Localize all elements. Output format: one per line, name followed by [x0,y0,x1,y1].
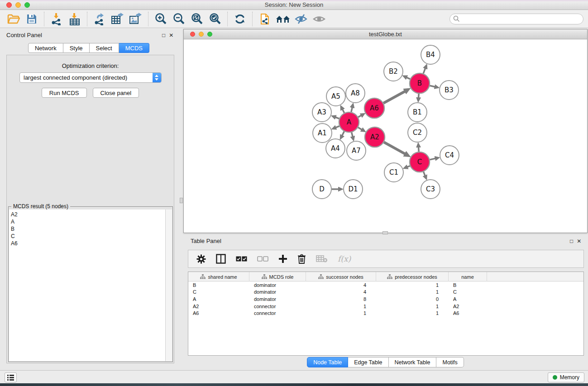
table-cell[interactable]: B [188,282,249,288]
zoom-out-icon[interactable] [170,11,188,27]
mcds-result-item[interactable]: A2 [9,211,165,218]
export-image-icon[interactable] [127,11,145,27]
open-file-icon[interactable] [5,11,23,27]
graph-node-D1[interactable]: D1 [344,180,363,199]
mcds-result-item[interactable]: C [9,233,165,240]
graph-edge-B-B2[interactable] [406,77,410,79]
table-cell[interactable]: 4 [306,282,376,288]
mcds-result-item[interactable]: A [9,218,165,225]
import-network-icon[interactable] [48,11,66,27]
tab-network[interactable]: Network [28,43,63,53]
graph-node-C2[interactable]: C2 [408,123,427,142]
table-cell[interactable]: 0 [376,296,449,302]
delete-table-icon[interactable] [316,255,328,263]
graph-edge-A-A6[interactable] [358,115,361,117]
table-row[interactable]: Bdominator41B [188,281,583,289]
zoom-in-icon[interactable] [152,11,170,27]
graph-node-B3[interactable]: B3 [440,81,459,100]
column-header-name[interactable]: name [449,272,487,281]
graph-edge-C-C2[interactable] [419,147,419,152]
refresh-view-icon[interactable] [231,11,249,27]
table-cell[interactable]: connector [249,304,306,309]
table-cell[interactable]: A [449,296,487,302]
vertical-splitter-handle[interactable] [180,198,183,203]
table-row[interactable]: Cdominator41C [188,289,583,296]
graph-node-A1[interactable]: A1 [313,124,332,143]
table-cell[interactable]: 1 [306,304,376,309]
graph-node-A[interactable]: A [339,112,359,132]
graph-node-C4[interactable]: C4 [440,146,459,165]
tab-node-table[interactable]: Node Table [307,357,348,367]
graph-node-D[interactable]: D [312,180,331,199]
column-header-shared-name[interactable]: shared name [188,272,249,281]
deselect-all-checkboxes-icon[interactable] [257,256,268,262]
graph-edge-A-A3[interactable] [335,117,339,119]
table-panel-close-icon[interactable]: ✕ [577,238,581,244]
delete-rows-trash-icon[interactable] [297,254,306,264]
control-panel-close-icon[interactable]: ✕ [169,32,173,38]
table-cell[interactable]: A2 [449,304,487,309]
table-row[interactable]: Adominator80A [188,295,583,303]
home-layout-icon[interactable] [274,11,292,27]
export-table-icon[interactable] [109,11,127,27]
add-row-icon[interactable] [278,254,287,263]
mcds-result-item[interactable]: B [9,225,165,233]
table-cell[interactable]: A [188,296,249,302]
horizontal-splitter-handle[interactable] [382,231,388,234]
show-details-eye-icon[interactable] [310,11,328,27]
settings-gear-icon[interactable] [196,254,206,264]
tab-style[interactable]: Style [63,43,90,53]
graph-edge-A-A7[interactable] [352,132,353,137]
table-cell[interactable]: dominator [249,282,306,288]
graph-node-C1[interactable]: C1 [384,163,403,182]
graph-edge-A2-C[interactable] [384,142,405,154]
graph-node-A3[interactable]: A3 [312,103,331,122]
zoom-selected-icon[interactable] [206,11,224,27]
graph-edge-A-A1[interactable] [336,126,339,128]
table-cell[interactable]: 8 [306,296,376,302]
table-cell[interactable]: dominator [249,289,306,295]
table-cell[interactable]: 1 [376,282,449,288]
graph-node-C3[interactable]: C3 [421,180,440,199]
tab-mcds[interactable]: MCDS [119,43,149,53]
mcds-result-item[interactable]: A6 [9,240,165,247]
network-window-titlebar[interactable]: testGlobe.txt [184,29,587,39]
graph-node-A6[interactable]: A6 [364,98,384,118]
control-panel-float-icon[interactable]: □ [162,32,165,38]
table-panel-float-icon[interactable]: □ [570,238,573,244]
column-header-mcds-role[interactable]: MCDS role [249,272,306,281]
show-column-icon[interactable] [216,254,226,264]
table-cell[interactable]: 4 [306,289,376,295]
graph-node-B4[interactable]: B4 [421,45,440,64]
graph-node-A2[interactable]: A2 [365,127,385,147]
apply-function-icon[interactable]: f(x) [338,254,351,263]
graph-node-A4[interactable]: A4 [326,139,345,158]
table-cell[interactable]: connector [249,310,306,316]
graph-node-C[interactable]: C [410,152,430,172]
table-cell[interactable]: B [449,282,487,288]
select-all-checkboxes-icon[interactable] [236,256,247,262]
graph-node-B[interactable]: B [410,73,430,93]
table-cell[interactable]: 1 [376,289,449,295]
table-row[interactable]: A6connector11A6 [188,310,583,317]
graph-edge-C-C3[interactable] [424,172,425,176]
graph-node-A5[interactable]: A5 [326,87,345,106]
column-header-successor-nodes[interactable]: successor nodes [306,272,376,281]
table-cell[interactable]: 1 [306,310,376,316]
graph-node-B1[interactable]: B1 [408,103,427,122]
tab-motifs[interactable]: Motifs [436,357,464,367]
graph-edge-A-A2[interactable] [358,128,362,130]
column-header-predecessor-nodes[interactable]: predecessor nodes [376,272,449,281]
graph-node-A8[interactable]: A8 [346,84,365,103]
mcds-result-scrollbar[interactable] [166,210,172,361]
table-cell[interactable]: 1 [376,310,449,316]
table-cell[interactable]: C [188,289,249,295]
graph-edge-B-B3[interactable] [430,86,435,87]
new-network-icon[interactable] [256,11,274,27]
table-row[interactable]: A2connector11A2 [188,303,583,310]
graph-node-A7[interactable]: A7 [347,141,366,160]
zoom-fit-icon[interactable] [188,11,206,27]
memory-button[interactable]: Memory [548,372,584,382]
graph-edge-A-A4[interactable] [342,131,344,135]
run-mcds-button[interactable]: Run MCDS [42,88,87,98]
